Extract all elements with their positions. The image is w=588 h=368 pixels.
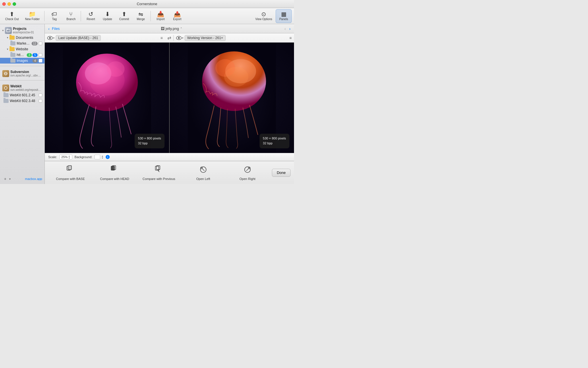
left-image-panel: 530 × 800 pixels 32 bpp xyxy=(45,43,170,153)
right-image-panel: 530 × 800 pixels 32 bpp xyxy=(170,43,294,153)
subversion-icon xyxy=(2,70,9,77)
right-jellyfish-bg xyxy=(170,43,294,153)
check-out-label: Check Out xyxy=(5,18,19,21)
market-research-folder-icon xyxy=(10,41,16,45)
compare-base-label: Compare with BASE xyxy=(56,177,85,181)
compare-with-previous-button[interactable]: Compare with Previous xyxy=(137,163,181,183)
webkit-601-icon xyxy=(3,93,9,97)
merge-button[interactable]: ⇋ Merge xyxy=(133,9,149,23)
export-label: Export xyxy=(173,18,181,21)
webkit-sub: svn.webkit.org/repository/webkit xyxy=(10,88,42,91)
add-button[interactable]: + xyxy=(2,176,8,182)
documents-folder-icon xyxy=(9,36,15,40)
diff-swap-button[interactable]: ⇄ xyxy=(165,35,173,41)
update-icon: ⬇ xyxy=(105,11,110,17)
panels-button[interactable]: ▦ Panels xyxy=(276,9,292,23)
webkit-601-checkbox[interactable] xyxy=(39,93,42,97)
sidebar-item-webkit-602[interactable]: WebKit 602.3.48 xyxy=(0,98,45,104)
httpdocs-checkbox[interactable] xyxy=(39,53,42,57)
files-bar: ‹ Files 🖼 jelly.png ⌃ ‹ › xyxy=(45,24,294,33)
new-folder-button[interactable]: 📁 New Folder xyxy=(22,9,42,23)
svg-rect-0 xyxy=(7,29,10,32)
subversion-section: Subversion svn.apache.org/...ubversion/t… xyxy=(0,67,45,79)
tag-button[interactable]: 🏷 Tag xyxy=(46,9,62,23)
scale-stepper[interactable]: ▲ ▼ xyxy=(68,155,70,159)
sidebar-item-documents[interactable]: ▾ Documents xyxy=(0,35,45,41)
maximize-button[interactable] xyxy=(13,2,16,6)
branch-button[interactable]: ⑂ Branch xyxy=(63,9,79,23)
close-button[interactable] xyxy=(2,2,6,6)
import-icon: 📥 xyxy=(157,11,164,17)
toolbar-separator-1 xyxy=(44,11,45,21)
website-folder-icon xyxy=(9,47,15,51)
files-next-button[interactable]: › xyxy=(288,26,292,32)
projects-name: Projects xyxy=(13,27,42,31)
sidebar-item-website[interactable]: ▾ Website xyxy=(0,46,45,52)
tag-icon: 🏷 xyxy=(51,11,57,17)
revert-label: Revert xyxy=(87,18,95,21)
bottom-toolbar: Compare with BASE Compare with HEAD xyxy=(45,161,294,184)
subversion-group[interactable]: Subversion svn.apache.org/...ubversion/t… xyxy=(0,69,45,78)
compare-previous-label: Compare with Previous xyxy=(143,177,175,181)
revert-icon: ↺ xyxy=(88,11,93,17)
export-button[interactable]: 📤 Export xyxy=(169,9,185,23)
files-prev-button[interactable]: ‹ xyxy=(283,26,287,32)
files-title: Files xyxy=(52,26,60,31)
background-stepper[interactable]: ▲ ▼ xyxy=(101,155,103,159)
new-folder-label: New Folder xyxy=(25,18,40,21)
projects-group[interactable]: ▾ Projects eos/repos/zw-01 xyxy=(0,26,45,35)
diff-left-menu-button[interactable]: ≡ xyxy=(160,36,163,40)
revert-button[interactable]: ↺ Revert xyxy=(83,9,99,23)
view-options-button[interactable]: ⊙ View Options xyxy=(252,9,275,23)
website-chevron: ▾ xyxy=(7,48,8,51)
open-left-icon xyxy=(199,165,208,176)
macbox-link[interactable]: macbox.app xyxy=(25,177,42,181)
open-right-label: Open Right xyxy=(239,177,256,181)
webkit-section: Webkit svn.webkit.org/repository/webkit … xyxy=(0,82,45,105)
background-swatch[interactable] xyxy=(94,155,100,159)
left-jellyfish-svg xyxy=(45,43,169,153)
sidebar-item-market-research[interactable]: Market Research 12 xyxy=(0,41,45,46)
webkit-602-checkbox[interactable] xyxy=(39,99,42,103)
projects-info: Projects eos/repos/zw-01 xyxy=(13,27,42,34)
sidebar: ▾ Projects eos/repos/zw-01 ▾ Documents xyxy=(0,24,45,184)
sidebar-item-images[interactable]: Images 4 xyxy=(0,58,45,64)
compare-with-base-button[interactable]: Compare with BASE xyxy=(48,163,92,183)
new-folder-icon: 📁 xyxy=(29,11,36,17)
sidebar-item-httpdocs[interactable]: httpdocs 3 5 xyxy=(0,52,45,58)
done-button[interactable]: Done xyxy=(272,169,291,177)
open-left-button[interactable]: Open Left xyxy=(181,163,225,183)
toolbar-separator-3 xyxy=(150,11,151,21)
branch-label: Branch xyxy=(67,18,76,21)
diff-right-eye-button[interactable]: ▾ xyxy=(176,36,183,40)
diff-right-menu-button[interactable]: ≡ xyxy=(289,36,292,40)
import-button[interactable]: 📥 Import xyxy=(152,9,169,23)
open-right-button[interactable]: Open Right xyxy=(225,163,270,183)
subversion-name: Subversion xyxy=(10,70,42,74)
info-icon[interactable]: i xyxy=(106,155,110,159)
commit-button[interactable]: ⬆ Commit xyxy=(116,9,132,23)
open-left-label: Open Left xyxy=(196,177,210,181)
webkit-name: Webkit xyxy=(10,84,42,88)
diff-left-eye-button[interactable]: ▾ xyxy=(47,36,55,40)
merge-icon: ⇋ xyxy=(138,11,143,17)
compare-with-head-button[interactable]: Compare with HEAD xyxy=(92,163,137,183)
webkit-group[interactable]: Webkit svn.webkit.org/repository/webkit xyxy=(0,83,45,92)
projects-section: ▾ Projects eos/repos/zw-01 ▾ Documents xyxy=(0,24,45,65)
files-back-button[interactable]: ‹ xyxy=(47,26,51,32)
open-right-icon xyxy=(243,165,252,176)
diff-left-header: ▾ Last Update (BASE) - 261 ≡ xyxy=(45,35,165,41)
right-panel: ‹ Files 🖼 jelly.png ⌃ ‹ › ▾ xyxy=(45,24,294,184)
panels-icon: ▦ xyxy=(281,11,287,17)
minimize-button[interactable] xyxy=(7,2,11,6)
images-name: Images xyxy=(17,59,31,63)
market-research-checkbox[interactable] xyxy=(39,42,42,45)
compare-head-label: Compare with HEAD xyxy=(100,177,129,181)
images-checkbox[interactable] xyxy=(39,59,42,62)
files-filename-area: 🖼 jelly.png ⌃ xyxy=(161,26,183,31)
check-out-button[interactable]: ⬆ Check Out xyxy=(2,9,22,23)
sidebar-item-webkit-601[interactable]: WebKit 601.2.45 xyxy=(0,92,45,98)
update-button[interactable]: ⬇ Update xyxy=(99,9,115,23)
svg-point-17 xyxy=(224,67,248,87)
left-jellyfish-bg xyxy=(45,43,169,153)
